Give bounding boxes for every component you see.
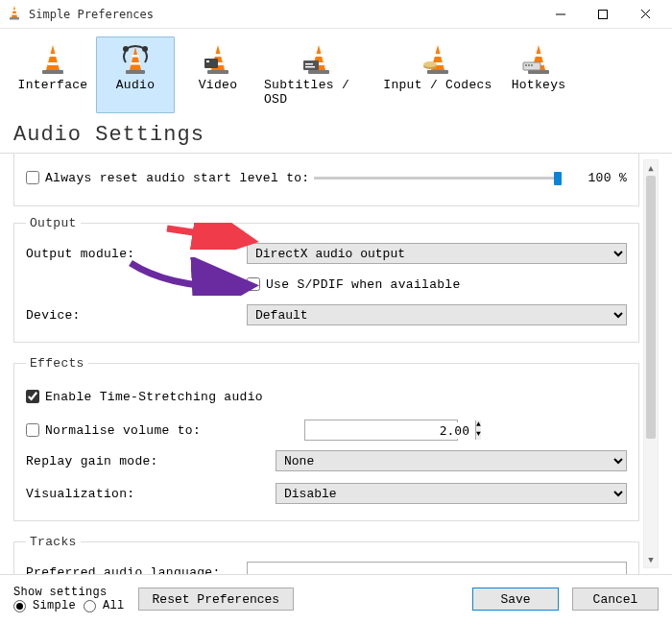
radio-all-icon bbox=[84, 600, 96, 612]
category-tabs: Interface Audio Video Subtitles / OSD In… bbox=[0, 29, 672, 119]
group-output: Output Output module: DirectX audio outp… bbox=[13, 216, 639, 343]
timestretch-checkbox[interactable]: Enable Time-Stretching audio bbox=[26, 384, 263, 409]
output-module-label: Output module: bbox=[26, 247, 247, 261]
tab-label: Hotkeys bbox=[512, 78, 566, 92]
normalise-checkbox-input[interactable] bbox=[26, 423, 39, 437]
spin-down-icon[interactable]: ▼ bbox=[476, 430, 481, 440]
spdif-checkbox[interactable]: Use S/PDIF when available bbox=[247, 272, 461, 297]
svg-rect-40 bbox=[528, 70, 549, 74]
tab-audio[interactable]: Audio bbox=[96, 36, 175, 113]
visualization-label: Visualization: bbox=[26, 487, 276, 501]
svg-rect-1 bbox=[12, 10, 16, 12]
tracks-legend: Tracks bbox=[26, 535, 81, 549]
svg-rect-9 bbox=[49, 54, 57, 57]
svg-rect-19 bbox=[214, 54, 222, 57]
tab-video[interactable]: Video bbox=[179, 36, 257, 113]
scroll-up-icon[interactable]: ▲ bbox=[644, 160, 658, 176]
always-reset-label: Always reset audio start level to: bbox=[45, 171, 309, 185]
svg-rect-29 bbox=[305, 63, 313, 65]
svg-rect-44 bbox=[531, 64, 533, 66]
reset-preferences-button[interactable]: Reset Preferences bbox=[138, 588, 295, 611]
radio-simple-label: Simple bbox=[33, 599, 76, 612]
tab-label: Interface bbox=[18, 78, 88, 92]
svg-rect-30 bbox=[305, 66, 315, 68]
video-icon bbox=[201, 41, 235, 76]
svg-rect-43 bbox=[528, 64, 530, 66]
cancel-button[interactable]: Cancel bbox=[572, 588, 659, 611]
close-button[interactable] bbox=[624, 1, 666, 28]
vertical-scrollbar[interactable]: ▲ ▼ bbox=[643, 159, 659, 568]
preferred-lang-input[interactable] bbox=[247, 562, 627, 574]
scroll-handle[interactable] bbox=[646, 176, 656, 439]
scroll-down-icon[interactable]: ▼ bbox=[644, 552, 658, 567]
svg-rect-22 bbox=[204, 59, 218, 68]
radio-all-label: All bbox=[103, 599, 125, 612]
svg-rect-2 bbox=[12, 13, 17, 15]
svg-rect-38 bbox=[535, 54, 542, 57]
svg-marker-8 bbox=[46, 45, 60, 70]
svg-marker-0 bbox=[12, 6, 17, 17]
output-legend: Output bbox=[26, 216, 81, 230]
svg-rect-3 bbox=[10, 17, 19, 20]
input-codecs-icon bbox=[420, 41, 455, 76]
show-settings-label: Show settings bbox=[13, 586, 125, 599]
output-module-select[interactable]: DirectX audio output bbox=[247, 243, 627, 264]
save-button[interactable]: Save bbox=[472, 588, 559, 611]
start-level-slider[interactable] bbox=[314, 177, 562, 180]
normalise-spinner[interactable]: ▲▼ bbox=[304, 420, 458, 441]
radio-simple[interactable]: Simple bbox=[13, 599, 76, 612]
always-reset-checkbox[interactable]: Always reset audio start level to: bbox=[26, 165, 314, 190]
svg-rect-28 bbox=[303, 60, 319, 70]
device-label: Device: bbox=[26, 308, 247, 323]
replay-gain-label: Replay gain mode: bbox=[26, 454, 276, 468]
always-reset-checkbox-input[interactable] bbox=[26, 171, 39, 184]
group-tracks: Tracks Preferred audio language: Submit … bbox=[13, 535, 639, 574]
replay-gain-select[interactable]: None bbox=[276, 450, 627, 471]
spdif-checkbox-input[interactable] bbox=[247, 277, 260, 291]
minimize-button[interactable] bbox=[540, 1, 582, 28]
svg-rect-23 bbox=[206, 60, 209, 62]
tab-subtitles[interactable]: Subtitles / OSD bbox=[261, 36, 376, 113]
tab-label: Input / Codecs bbox=[383, 78, 492, 92]
svg-marker-12 bbox=[130, 47, 141, 70]
svg-rect-13 bbox=[132, 55, 139, 58]
preferred-lang-label: Preferred audio language: bbox=[26, 565, 247, 575]
start-level-value: 100 % bbox=[569, 171, 627, 185]
audio-icon bbox=[118, 41, 153, 76]
svg-rect-15 bbox=[126, 70, 145, 74]
svg-rect-5 bbox=[599, 10, 608, 18]
timestretch-checkbox-input[interactable] bbox=[26, 390, 39, 403]
subtitles-icon bbox=[301, 41, 336, 76]
page-title: Audio Settings bbox=[0, 119, 672, 153]
tab-label: Subtitles / OSD bbox=[264, 78, 373, 107]
tab-hotkeys[interactable]: Hotkeys bbox=[499, 36, 578, 113]
svg-rect-10 bbox=[48, 62, 59, 65]
device-select[interactable]: Default bbox=[247, 304, 627, 325]
radio-all[interactable]: All bbox=[84, 599, 125, 612]
svg-rect-34 bbox=[427, 70, 448, 74]
visualization-select[interactable]: Disable bbox=[276, 483, 627, 504]
settings-pane: volume Always reset audio start level to… bbox=[0, 153, 672, 575]
timestretch-label: Enable Time-Stretching audio bbox=[45, 390, 263, 404]
maximize-button[interactable] bbox=[582, 1, 624, 28]
normalise-label: Normalise volume to: bbox=[45, 423, 201, 438]
svg-rect-27 bbox=[308, 70, 329, 74]
normalise-checkbox[interactable]: Normalise volume to: bbox=[26, 418, 304, 443]
app-icon bbox=[6, 4, 23, 24]
tab-input-codecs[interactable]: Input / Codecs bbox=[380, 36, 495, 113]
window-title: Simple Preferences bbox=[29, 8, 154, 21]
tab-label: Video bbox=[199, 78, 238, 92]
normalise-value[interactable] bbox=[305, 422, 475, 439]
spdif-label: Use S/PDIF when available bbox=[266, 277, 461, 292]
footer-bar: Show settings Simple All Reset Preferenc… bbox=[0, 578, 672, 624]
radio-simple-icon bbox=[13, 600, 26, 612]
hotkeys-icon bbox=[521, 41, 556, 76]
titlebar: Simple Preferences bbox=[0, 0, 672, 29]
tab-label: Audio bbox=[116, 78, 156, 92]
svg-rect-14 bbox=[131, 62, 140, 65]
tab-interface[interactable]: Interface bbox=[13, 36, 92, 113]
svg-rect-42 bbox=[525, 64, 527, 66]
svg-rect-25 bbox=[315, 54, 323, 57]
effects-legend: Effects bbox=[26, 356, 88, 371]
interface-icon bbox=[36, 41, 70, 76]
